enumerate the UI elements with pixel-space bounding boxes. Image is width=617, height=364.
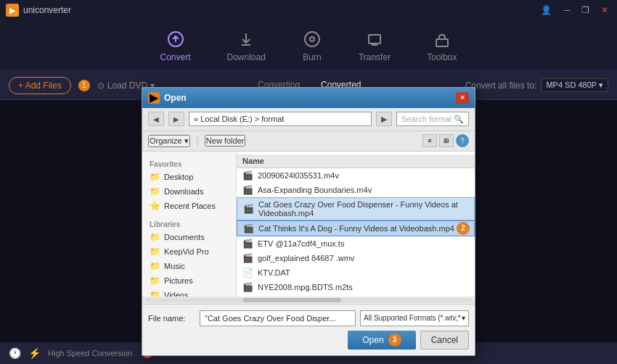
search-placeholder: Search format <box>401 115 451 123</box>
nav-convert[interactable]: Convert <box>160 29 190 62</box>
addr-path[interactable]: « Local Disk (E:) > format <box>189 112 372 126</box>
nav-burn-label: Burn <box>303 52 321 62</box>
transfer-icon <box>364 29 385 49</box>
restore-button[interactable]: ❐ <box>579 4 592 17</box>
clock-icon: 🕐 <box>9 347 21 359</box>
file-item[interactable]: 🎬 Asa-Expanding Boundaries.m4v <box>237 183 475 197</box>
toolbox-icon <box>432 29 452 49</box>
open-button[interactable]: Open 3 <box>348 331 415 349</box>
video-file-icon: 🎬 <box>242 282 253 292</box>
close-button[interactable]: ✕ <box>598 4 611 17</box>
sidebar-documents-label: Documents <box>164 233 205 241</box>
dialog-overlay: ▶ Open ✕ ◀ ▶ « Local Disk (E:) > format … <box>0 100 617 342</box>
sidebar-desktop-label: Desktop <box>164 173 193 181</box>
recent-icon: ⭐ <box>150 201 160 211</box>
file-name: KTV.DAT <box>258 268 290 277</box>
format-dropdown[interactable]: MP4 SD 480P ▾ <box>541 78 608 92</box>
folder-icon: 📁 <box>150 186 160 197</box>
sidebar-music[interactable]: 📁 Music <box>142 259 236 273</box>
nav-toolbox-label: Toolbox <box>427 52 457 62</box>
sidebar-pictures[interactable]: 📁 Pictures <box>142 273 236 288</box>
addr-search-box[interactable]: Search format 🔍 <box>396 112 469 126</box>
file-item[interactable]: 🎬 20090624l035531.m4v <box>237 168 475 183</box>
new-folder-button[interactable]: New folder <box>205 135 246 146</box>
download-icon <box>236 29 256 49</box>
nav-download[interactable]: Download <box>227 29 266 62</box>
video-file-icon: 🎬 <box>243 204 254 214</box>
grid-view-button[interactable]: ⊞ <box>439 134 454 147</box>
dialog-close-button[interactable]: ✕ <box>456 92 469 104</box>
organize-button[interactable]: Organize ▾ <box>148 135 190 147</box>
speed-label: High Speed Conversion <box>48 349 132 357</box>
cancel-button[interactable]: Cancel <box>420 331 469 349</box>
step-3-badge: 3 <box>388 334 401 347</box>
video-file-icon: 🎬 <box>242 253 253 263</box>
sidebar-keepvid[interactable]: 📁 KeepVid Pro <box>142 244 236 259</box>
nav-transfer[interactable]: Transfer <box>359 29 391 62</box>
sidebar-keepvid-label: KeepVid Pro <box>164 247 209 256</box>
file-item[interactable]: 📄 KTV.DAT <box>237 265 475 280</box>
format-dropdown-arrow: ▾ <box>599 80 603 89</box>
file-name: Asa-Expanding Boundaries.m4v <box>258 186 372 194</box>
sidebar-documents[interactable]: 📁 Documents <box>142 230 236 244</box>
title-bar-left: ▶ uniconverter <box>6 4 71 17</box>
convert-all-section: Convert all files to: MP4 SD 480P ▾ <box>465 78 608 92</box>
file-item-selected-2[interactable]: 🎬 Cat Thinks It's A Dog - Funny Videos a… <box>237 220 475 236</box>
title-bar: ▶ uniconverter 👤 ─ ❐ ✕ <box>0 0 617 20</box>
dialog-address-bar: ◀ ▶ « Local Disk (E:) > format ▶ Search … <box>142 108 475 131</box>
addr-forward-button[interactable]: ▶ <box>168 112 184 126</box>
sidebar-recent[interactable]: ⭐ Recent Places <box>142 199 236 213</box>
format-option-text: MP4 SD 480P <box>546 80 597 89</box>
file-name: ETV @11a7cdf4_mux.ts <box>258 239 344 248</box>
generic-file-icon: 📄 <box>242 268 253 278</box>
burn-icon <box>302 29 322 49</box>
filename-row: File name: All Supported Formats (*.wtv;… <box>148 310 469 326</box>
file-name: golf_explained 84687 .wmv <box>258 254 354 262</box>
sidebar-downloads[interactable]: 📁 Downloads <box>142 184 236 199</box>
sidebar-downloads-label: Downloads <box>164 187 203 196</box>
file-item[interactable]: 🎬 golf_explained 84687 .wmv <box>237 251 475 265</box>
nav-toolbox[interactable]: Toolbox <box>427 29 457 62</box>
sidebar-videos-label: Videos <box>164 291 188 297</box>
sidebar-desktop[interactable]: 📁 Desktop <box>142 170 236 184</box>
nav-burn[interactable]: Burn <box>302 29 322 62</box>
filetype-text: All Supported Formats (*.wtv;*. <box>364 314 462 322</box>
libraries-label: Libraries <box>142 218 236 230</box>
files-badge: 1 <box>78 80 90 91</box>
video-file-icon: 🎬 <box>242 170 253 181</box>
minimize-button[interactable]: ─ <box>560 4 573 17</box>
app-logo: ▶ <box>6 4 19 17</box>
addr-go-button[interactable]: ▶ <box>376 112 392 126</box>
dialog-body: Favorites 📁 Desktop 📁 Downloads ⭐ Recent… <box>142 152 475 297</box>
filename-label: File name: <box>148 314 195 323</box>
video-file-icon: 🎬 <box>242 239 253 249</box>
dialog-title-text: Open <box>164 93 187 103</box>
file-item[interactable]: 🎬 NYE2008.mpg.BDTS.m2ts <box>237 280 475 294</box>
folder-icon: 📁 <box>150 232 160 242</box>
file-item[interactable]: 🎬 ETV @11a7cdf4_mux.ts <box>237 236 475 251</box>
user-icon[interactable]: 👤 <box>538 4 555 17</box>
help-button[interactable]: ? <box>456 134 469 147</box>
dialog-logo: ▶ <box>148 92 160 104</box>
filetype-arrow: ▾ <box>462 314 465 322</box>
add-files-button[interactable]: + Add Files <box>9 77 71 94</box>
convert-icon <box>166 29 186 49</box>
file-item-selected-1[interactable]: 🎬 Cat Goes Crazy Over Food Dispenser - F… <box>237 197 475 220</box>
file-item[interactable]: 🎬 sample.avi <box>237 294 475 297</box>
addr-back-button[interactable]: ◀ <box>148 112 164 126</box>
svg-rect-3 <box>369 35 380 44</box>
name-column-header: Name <box>242 157 264 165</box>
nav-download-label: Download <box>227 52 266 62</box>
list-view-button[interactable]: ≡ <box>422 134 437 147</box>
video-file-icon: 🎬 <box>243 223 254 233</box>
main-content: + ▶ Open ✕ ◀ ▶ « Local Disk (E:) > forma… <box>0 100 617 342</box>
dialog-title-left: ▶ Open <box>148 92 187 104</box>
sidebar-videos[interactable]: 📁 Videos <box>142 288 236 297</box>
filename-input[interactable] <box>200 310 356 326</box>
svg-point-2 <box>310 37 314 41</box>
open-dialog: ▶ Open ✕ ◀ ▶ « Local Disk (E:) > format … <box>142 87 475 356</box>
folder-icon: 📁 <box>150 247 160 257</box>
filetype-dropdown[interactable]: All Supported Formats (*.wtv;*. ▾ <box>360 310 469 326</box>
horizontal-scrollbar[interactable] <box>142 297 475 304</box>
folder-icon: 📁 <box>150 172 160 182</box>
